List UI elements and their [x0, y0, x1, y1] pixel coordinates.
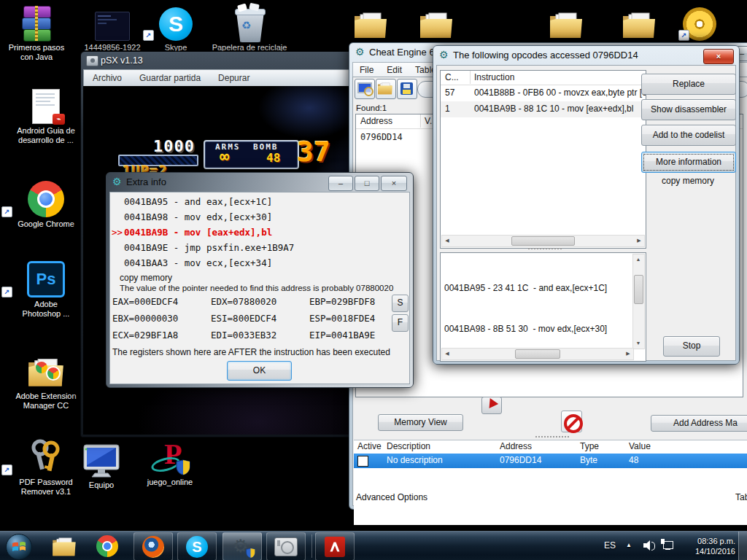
volume-icon[interactable] [643, 540, 655, 551]
scroll-up-icon[interactable]: ▲ [633, 254, 643, 265]
desktop-icon-photoshop[interactable]: Ps ↗ Adobe Photoshop ... [1, 261, 90, 319]
extra-info-titlebar[interactable]: ⚙ Extra info – □ × [107, 173, 413, 192]
desktop-icon-android-guide[interactable]: ⌁ Android Guia de desarrollo de ... [1, 88, 90, 145]
shortcut-arrow-icon: ↗ [678, 30, 689, 41]
desktop-icon-extension-manager[interactable]: Adobe Extension Manager CC [1, 353, 90, 411]
close-button[interactable]: × [703, 49, 734, 64]
taskbar-adobe-reader-button[interactable] [315, 532, 355, 560]
desktop-icon-skype[interactable]: S ↗ Skype [143, 4, 209, 52]
found-row-address[interactable]: 0796DD14 [360, 132, 403, 142]
desktop-icon-chrome[interactable]: ↗ Google Chrome [1, 181, 90, 229]
column-divider[interactable] [470, 71, 471, 84]
panel-splitter[interactable] [535, 436, 569, 438]
taskbar-firefox-button[interactable] [133, 532, 173, 560]
hud-score: 1000 [153, 137, 195, 155]
save-table-button[interactable] [397, 79, 417, 99]
opcode-list[interactable]: C... Instruction 57 0041B88B - 0FB6 00 -… [440, 70, 646, 249]
scroll-thumb[interactable] [515, 349, 560, 359]
scroll-left-icon[interactable]: ◀ [442, 349, 452, 359]
network-icon[interactable] [661, 539, 674, 551]
select-process-button[interactable] [355, 79, 375, 99]
col-type[interactable]: Type [580, 441, 599, 451]
col-active[interactable]: Active [357, 441, 382, 451]
scroll-right-icon[interactable]: ▶ [634, 236, 644, 246]
start-button[interactable] [6, 534, 32, 560]
register-esp: ESP=0018FDE4 [309, 313, 375, 324]
pdf-document-icon: ⌁ [1, 88, 90, 124]
taskbar-psx-button[interactable] [266, 532, 306, 560]
opcode-count: 1 [445, 104, 450, 114]
menu-item-guardar-partida[interactable]: Guardar partida [131, 73, 209, 83]
desktop-icon-cd[interactable]: ↗ [678, 4, 721, 41]
taskbar-explorer-button[interactable] [51, 536, 80, 558]
stack-view-button[interactable]: S [392, 295, 409, 312]
scroll-thumb[interactable] [511, 236, 575, 246]
adobe-reader-icon [325, 537, 345, 557]
open-table-button[interactable] [376, 79, 396, 99]
desktop-icon-equipo[interactable]: Equipo [74, 442, 128, 490]
detail-vscrollbar[interactable]: ▲ ▼ [632, 254, 645, 349]
show-hidden-icons-arrow[interactable]: ▲ [626, 542, 632, 548]
stop-button[interactable]: Stop [663, 336, 720, 357]
opcode-list-hscrollbar[interactable]: ◀ ▶ [441, 235, 645, 247]
pointer-scan-button[interactable] [481, 397, 502, 414]
taskbar-cheat-engine-button[interactable]: ⚙ [222, 532, 262, 560]
dialog-splitter[interactable] [528, 248, 562, 249]
desktop-icon-recycle-bin[interactable]: ♻ Papelera de reciclaje [207, 4, 292, 52]
icon-label: juego_online [137, 478, 203, 487]
clock[interactable]: 08:36 p.m. 14/10/2016 [677, 536, 735, 556]
menu-item-archivo[interactable]: Archivo [84, 73, 131, 83]
column-count[interactable]: C... [445, 72, 459, 82]
table-extras-link[interactable]: Tab [735, 492, 747, 502]
column-instruction[interactable]: Instruction [474, 72, 514, 82]
desktop-icon-cmd[interactable]: 14449856-1922 [77, 4, 147, 52]
close-button[interactable]: × [381, 176, 407, 191]
advanced-options-link[interactable]: Advanced Options [356, 492, 427, 502]
pause-process-button[interactable] [561, 411, 582, 432]
opcode-row-1[interactable]: 57 0041B88B - 0FB6 00 - movzx eax,byte p… [441, 85, 646, 101]
ok-button[interactable]: OK [227, 361, 292, 381]
desktop-icon-winrar[interactable]: Primeros pasos con Java [3, 4, 70, 62]
desktop-icon-folder-1[interactable] [351, 4, 390, 41]
language-indicator[interactable]: ES [604, 540, 616, 551]
current-instruction-marker: >> [112, 227, 123, 238]
hud-arms-bomb-panel: ARMS BOMB ∞ 48 [204, 140, 299, 169]
menu-item-file[interactable]: File [353, 65, 380, 75]
opcodes-titlebar[interactable]: ⚙ The following opcodes accessed 0796DD1… [433, 46, 739, 65]
add-to-codelist-button[interactable]: Add to the codelist [641, 125, 736, 146]
maximize-button[interactable]: □ [355, 176, 379, 191]
pointer-hint-line: The value of the pointer needed to find … [120, 284, 393, 292]
more-information-button[interactable]: More information [641, 152, 736, 173]
menu-item-edit[interactable]: Edit [380, 65, 409, 75]
active-checkbox[interactable] [357, 456, 368, 467]
float-view-button[interactable]: F [392, 314, 409, 332]
opcode-detail-box[interactable]: 0041BA95 - 23 41 1C - and eax,[ecx+1C] 0… [440, 252, 646, 362]
taskbar-chrome-button[interactable] [96, 535, 120, 559]
col-value[interactable]: Value [629, 441, 651, 451]
copy-memory-label: copy memory [641, 176, 735, 186]
desktop-icon-folder-2[interactable] [417, 4, 456, 41]
minimize-button[interactable]: – [328, 176, 353, 191]
taskbar-skype-button[interactable]: S [177, 532, 217, 560]
add-address-button[interactable]: Add Address Ma [651, 415, 747, 432]
col-address[interactable]: Address [500, 441, 532, 451]
scroll-thumb[interactable] [634, 275, 643, 304]
column-header-address[interactable]: Address [360, 116, 392, 126]
desktop-icon-folder-4[interactable] [619, 4, 659, 41]
opcodes-title: The following opcodes accessed 0796DD14 [453, 50, 638, 61]
column-divider[interactable] [420, 114, 421, 128]
detail-hscrollbar[interactable]: ◀ ▶ [441, 348, 634, 360]
scroll-down-icon[interactable]: ▼ [633, 338, 643, 349]
address-row-selected[interactable]: No description 0796DD14 Byte 48 [354, 454, 747, 468]
desktop-icon-folder-3[interactable] [546, 4, 586, 41]
show-desktop-button[interactable] [738, 532, 747, 560]
memory-view-button[interactable]: Memory View [378, 414, 463, 431]
desktop-icon-juego-online[interactable]: P juego_online [137, 439, 203, 487]
scroll-left-icon[interactable]: ◀ [442, 236, 452, 246]
col-description[interactable]: Description [387, 441, 430, 451]
opcode-row-2[interactable]: 1 0041BA9B - 88 1C 10 - mov [eax+edx],bl [441, 101, 646, 117]
scroll-right-icon[interactable]: ▶ [623, 349, 633, 359]
show-disassembler-button[interactable]: Show disassembler [641, 99, 736, 120]
replace-button[interactable]: Replace [641, 74, 736, 95]
menu-item-depurar[interactable]: Depurar [209, 73, 258, 83]
